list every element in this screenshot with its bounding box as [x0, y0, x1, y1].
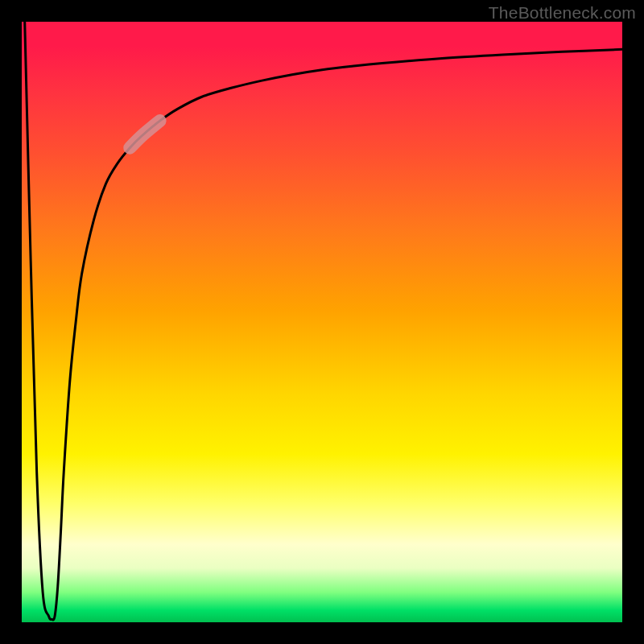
gradient-background	[22, 22, 622, 622]
plot-area	[22, 22, 622, 622]
chart-container: TheBottleneck.com	[0, 0, 644, 644]
attribution-text: TheBottleneck.com	[489, 3, 636, 23]
